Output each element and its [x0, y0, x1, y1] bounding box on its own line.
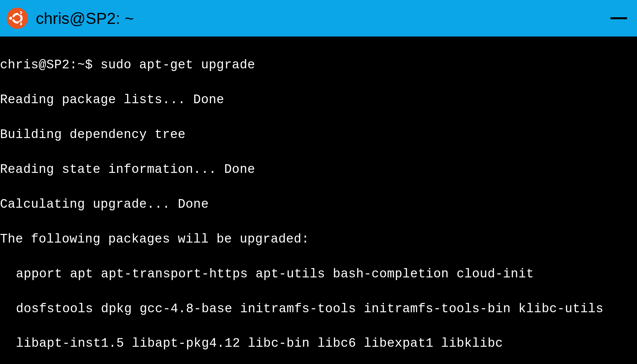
svg-rect-5 [12, 17, 14, 19]
minimize-button[interactable] [610, 17, 627, 19]
window-title: chris@SP2: ~ [36, 9, 134, 28]
output-line: Calculating upgrade... Done [0, 196, 637, 213]
output-line: Reading package lists... Done [0, 91, 637, 109]
window-titlebar: chris@SP2: ~ [0, 0, 637, 36]
output-line: Building dependency tree [0, 126, 637, 143]
package-list-line: libapt-inst1.5 libapt-pkg4.12 libc-bin l… [0, 335, 637, 352]
shell-prompt: chris@SP2:~$ [0, 58, 101, 72]
output-line: The following packages will be upgraded: [0, 231, 637, 248]
command-text: sudo apt-get upgrade [101, 58, 255, 72]
command-line: chris@SP2:~$ sudo apt-get upgrade [0, 56, 637, 74]
package-list-line: apport apt apt-transport-https apt-utils… [0, 265, 637, 283]
terminal-output[interactable]: chris@SP2:~$ sudo apt-get upgrade Readin… [0, 36, 637, 364]
package-list-line: dosfstools dpkg gcc-4.8-base initramfs-t… [0, 300, 637, 318]
output-line: Reading state information... Done [0, 161, 637, 178]
ubuntu-icon [7, 8, 28, 29]
